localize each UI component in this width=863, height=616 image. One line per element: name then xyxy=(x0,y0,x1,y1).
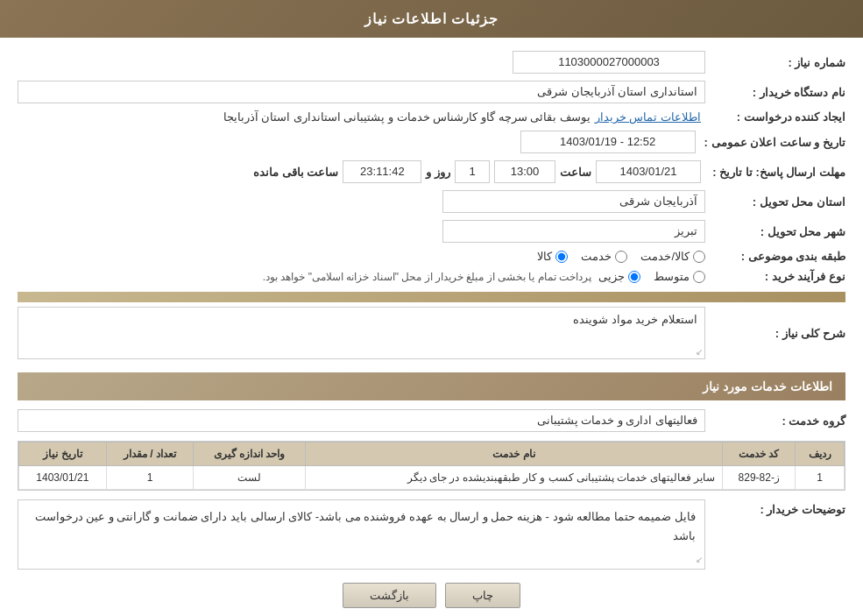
announce-date-label: تاریخ و ساعت اعلان عمومی : xyxy=(696,136,845,149)
purchase-type-row: نوع فرآیند خرید : متوسط جزیی پرداخت تمام… xyxy=(18,270,845,283)
service-group-row: گروه خدمت : فعالیتهای اداری و خدمات پشتی… xyxy=(18,409,845,432)
radio-kala-khedmat-input[interactable] xyxy=(693,251,705,263)
creator-value: یوسف بقائی سرچه گاو کارشناس خدمات و پشتی… xyxy=(18,110,595,124)
deadline-row: مهلت ارسال پاسخ: تا تاریخ : 1403/01/21 س… xyxy=(18,160,845,183)
back-button[interactable]: بازگشت xyxy=(343,583,436,608)
radio-kala: کالا xyxy=(537,250,568,263)
purchase-type-label: نوع فرآیند خرید : xyxy=(705,270,845,283)
radio-motavaset: متوسط xyxy=(654,270,705,283)
need-number-row: شماره نیاز : 1103000027000003 xyxy=(18,51,845,74)
creator-row: ایجاد کننده درخواست : اطلاعات تماس خریدا… xyxy=(18,110,845,124)
radio-motavaset-label: متوسط xyxy=(654,270,690,283)
delivery-province-label: استان محل تحویل : xyxy=(705,195,845,209)
creator-link[interactable]: اطلاعات تماس خریدار xyxy=(595,110,701,124)
deadline-remaining-label: ساعت باقی مانده xyxy=(253,166,338,179)
deadline-date: 1403/01/21 xyxy=(596,160,701,183)
radio-jozei-input[interactable] xyxy=(628,271,640,283)
deadline-remaining: 23:11:42 xyxy=(343,160,421,183)
cell-service-name: سایر فعالیتهای خدمات پشتیبانی کسب و کار … xyxy=(305,466,722,490)
purchase-type-note: پرداخت تمام یا بخشی از مبلغ خریدار از مح… xyxy=(263,271,591,283)
radio-khedmat: خدمت xyxy=(581,250,627,263)
col-date: تاریخ نیاز xyxy=(19,443,107,466)
delivery-city-row: شهر محل تحویل : تبریز xyxy=(18,220,845,243)
service-group-label: گروه خدمت : xyxy=(705,414,845,428)
radio-kala-input[interactable] xyxy=(555,251,568,263)
cell-row-num: 1 xyxy=(796,466,845,490)
content-area: AnaTender.net شماره نیاز : 1103000027000… xyxy=(0,38,863,616)
buyer-notes-row: توضیحات خریدار : فایل ضمیمه حتما مطالعه … xyxy=(18,499,845,570)
col-service-code: کد خدمت xyxy=(723,443,796,466)
category-row: طبقه بندی موضوعی : کالا/خدمت خدمت کالا xyxy=(18,250,845,263)
cell-date: 1403/01/21 xyxy=(19,466,107,490)
radio-khedmat-input[interactable] xyxy=(615,251,627,263)
table-row: 1 ز-82-829 سایر فعالیتهای خدمات پشتیبانی… xyxy=(19,466,845,490)
need-number-value: 1103000027000003 xyxy=(513,51,705,74)
radio-motavaset-input[interactable] xyxy=(693,271,705,283)
radio-jozei: جزیی xyxy=(598,270,640,283)
buyer-org-row: نام دستگاه خریدار : استانداری استان آذرب… xyxy=(18,81,845,103)
description-label: شرح کلی نیاز : xyxy=(705,327,845,340)
radio-kala-label: کالا xyxy=(537,250,552,263)
services-table-container: ردیف کد خدمت نام خدمت واحد اندازه گیری ت… xyxy=(18,441,845,491)
cell-unit: لست xyxy=(194,466,306,490)
radio-jozei-label: جزیی xyxy=(598,270,625,283)
delivery-province-value: آذربایجان شرقی xyxy=(442,190,705,213)
category-label: طبقه بندی موضوعی : xyxy=(705,250,845,263)
buyer-notes-value: فایل ضمیمه حتما مطالعه شود - هزینه حمل و… xyxy=(35,510,696,542)
deadline-label: مهلت ارسال پاسخ: تا تاریخ : xyxy=(705,166,845,179)
cell-quantity: 1 xyxy=(106,466,194,490)
deadline-days: 1 xyxy=(455,160,490,183)
radio-kala-khedmat: کالا/خدمت xyxy=(640,250,705,263)
service-group-value: فعالیتهای اداری و خدمات پشتیبانی xyxy=(18,409,705,432)
buyer-org-label: نام دستگاه خریدار : xyxy=(705,86,845,99)
deadline-time: 13:00 xyxy=(494,160,555,183)
col-service-name: نام خدمت xyxy=(305,443,722,466)
radio-khedmat-label: خدمت xyxy=(581,250,612,263)
print-button[interactable]: چاپ xyxy=(445,583,520,608)
deadline-time-label: ساعت xyxy=(560,166,591,179)
col-unit: واحد اندازه گیری xyxy=(194,443,306,466)
page-wrapper: جزئیات اطلاعات نیاز AnaTender.net شماره … xyxy=(0,0,863,616)
creator-label: ایجاد کننده درخواست : xyxy=(705,110,845,124)
deadline-days-label: روز و xyxy=(426,166,450,179)
delivery-city-value: تبریز xyxy=(442,220,705,243)
description-value: استعلام خرید مواد شوینده xyxy=(573,313,697,326)
radio-kala-khedmat-label: کالا/خدمت xyxy=(640,250,690,263)
purchase-type-radio-group: متوسط جزیی xyxy=(598,270,705,283)
table-header-row: ردیف کد خدمت نام خدمت واحد اندازه گیری ت… xyxy=(19,443,845,466)
description-section xyxy=(18,292,845,302)
page-title: جزئیات اطلاعات نیاز xyxy=(0,0,863,38)
buyer-notes-label: توضیحات خریدار : xyxy=(705,499,845,516)
buttons-row: چاپ بازگشت xyxy=(18,583,845,608)
col-quantity: تعداد / مقدار xyxy=(106,443,194,466)
services-section-header: اطلاعات خدمات مورد نیاز xyxy=(18,372,845,400)
delivery-province-row: استان محل تحویل : آذربایجان شرقی xyxy=(18,190,845,213)
description-row: شرح کلی نیاز : استعلام خرید مواد شوینده … xyxy=(18,307,845,359)
announce-date-row: تاریخ و ساعت اعلان عمومی : 1403/01/19 - … xyxy=(18,131,845,153)
services-table: ردیف کد خدمت نام خدمت واحد اندازه گیری ت… xyxy=(18,442,845,490)
need-number-label: شماره نیاز : xyxy=(705,56,845,69)
category-radio-group: کالا/خدمت خدمت کالا xyxy=(537,250,705,263)
buyer-org-value: استانداری استان آذربایجان شرقی xyxy=(18,81,705,103)
delivery-city-label: شهر محل تحویل : xyxy=(705,225,845,238)
cell-service-code: ز-82-829 xyxy=(723,466,796,490)
announce-date-value: 1403/01/19 - 12:52 xyxy=(520,131,696,153)
col-row-num: ردیف xyxy=(796,443,845,466)
